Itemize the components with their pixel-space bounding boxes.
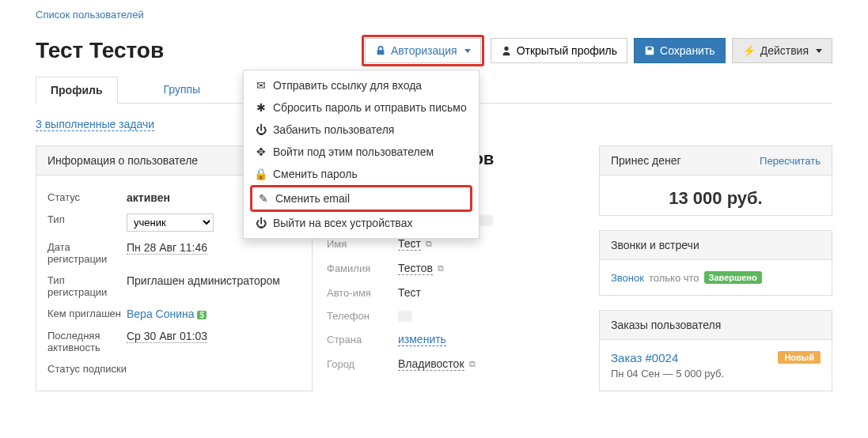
menu-reset-password[interactable]: ✱ Сбросить пароль и отправить письмо [244,96,479,119]
value-first-name[interactable]: Тест [398,237,421,251]
menu-label: Выйти на всех устройствах [273,217,413,229]
open-profile-label: Открытый профиль [517,44,617,57]
call-time: только что [649,272,699,284]
user-type-select[interactable]: ученик [127,213,214,232]
envelope-icon: ✉ [256,79,267,92]
copy-icon[interactable]: ⧉ [438,263,444,274]
lock-icon [375,45,386,56]
completed-tasks-link[interactable]: 3 выполненные задачи [36,118,154,131]
label-country: Страна [327,334,398,345]
label-city: Город [327,358,398,370]
page-title: Тест Тестов [36,38,164,63]
blurred-phone [398,311,412,322]
status-badge: Завершено [704,271,762,284]
value-city[interactable]: Владивосток [398,357,464,371]
order-link[interactable]: Заказ #0024 [611,351,678,364]
auth-button-label: Авторизация [391,44,457,57]
orders-panel: Заказы пользователя Заказ #0024 Пн 04 Се… [599,310,832,391]
label-first-name: Имя [327,238,398,250]
menu-change-password[interactable]: 🔒 Сменить пароль [244,163,479,185]
actions-button-label: Действия [760,44,809,57]
chevron-down-icon [464,49,471,53]
calls-header: Звонки и встречи [600,231,832,260]
menu-login-as-user[interactable]: ✥ Войти под этим пользователем [244,141,479,163]
order-detail: Пн 04 Сен — 5 000 руб. [611,368,724,379]
value-reg-type: Приглашен администратором [127,274,301,298]
save-button[interactable]: Сохранить [634,38,726,63]
recalculate-link[interactable]: Пересчитать [760,155,821,167]
menu-label: Сменить email [275,192,350,205]
label-last-name: Фамилия [327,262,398,274]
power-icon: ⏻ [256,123,267,136]
orders-header: Заказы пользователя [600,311,832,340]
label-type: Тип [47,213,127,232]
header-actions: Авторизация Открытый профиль Сохранить ⚡… [362,35,832,66]
value-auto-name: Тест [398,286,421,299]
label-sub-status: Статус подписки [47,363,301,375]
menu-ban-user[interactable]: ⏻ Забанить пользователя [244,119,479,141]
call-link[interactable]: Звонок [611,272,644,284]
copy-icon[interactable]: ⧉ [426,239,432,249]
highlight-change-email: ✎ Сменить email [250,185,472,212]
edit-icon: ✎ [258,192,269,205]
value-reg-date: Пн 28 Авг 11:46 [127,241,207,255]
label-phone: Телефон [327,310,398,322]
money-panel: Принес денег Пересчитать 13 000 руб. [599,145,832,216]
label-reg-date: Дата регистрации [47,241,127,265]
money-badge-icon: $ [197,311,207,319]
chevron-down-icon [816,49,822,53]
menu-label: Войти под этим пользователем [273,145,434,158]
lightning-icon: ⚡ [742,44,756,57]
lock-icon: 🔒 [256,168,267,180]
tab-groups[interactable]: Группы [150,77,215,104]
invited-by-link[interactable]: Вера Сонина [127,308,195,320]
asterisk-icon: ✱ [256,101,267,114]
auth-dropdown-button[interactable]: Авторизация [365,38,481,63]
label-auto-name: Авто-имя [327,287,398,299]
copy-icon[interactable]: ⧉ [469,359,476,369]
menu-logout-all[interactable]: ⏻ Выйти на всех устройствах [244,212,479,234]
money-amount: 13 000 руб. [600,176,832,215]
tab-profile[interactable]: Профиль [36,77,118,104]
new-badge: Новый [778,351,821,364]
users-list-link[interactable]: Список пользователей [36,9,144,21]
value-last-name[interactable]: Тестов [398,262,433,275]
menu-label: Сбросить пароль и отправить письмо [273,101,467,114]
move-icon: ✥ [256,145,267,158]
save-icon [644,45,655,56]
person-icon [501,45,512,56]
highlight-auth-button: Авторизация [362,35,484,66]
menu-label: Сменить пароль [273,168,358,180]
menu-change-email[interactable]: ✎ Сменить email [252,187,470,210]
change-country-link[interactable]: изменить [398,333,446,346]
menu-send-login-link[interactable]: ✉ Отправить ссылку для входа [244,74,479,96]
actions-dropdown-button[interactable]: ⚡ Действия [732,38,832,63]
value-last-activity: Ср 30 Авг 01:03 [127,330,207,343]
menu-label: Забанить пользователя [273,123,395,136]
money-header: Принес денег [611,154,681,167]
label-invited-by: Кем приглашен [47,308,127,320]
label-last-activity: Последняя активность [47,330,127,353]
auth-dropdown-menu: ✉ Отправить ссылку для входа ✱ Сбросить … [243,70,479,239]
label-reg-type: Тип регистрации [47,274,127,298]
calls-panel: Звонки и встречи Звонок только что Завер… [599,230,832,296]
menu-label: Отправить ссылку для входа [273,79,422,92]
power-icon: ⏻ [256,217,267,229]
open-profile-button[interactable]: Открытый профиль [491,38,627,63]
label-status: Статус [47,191,127,204]
save-button-label: Сохранить [660,44,715,57]
